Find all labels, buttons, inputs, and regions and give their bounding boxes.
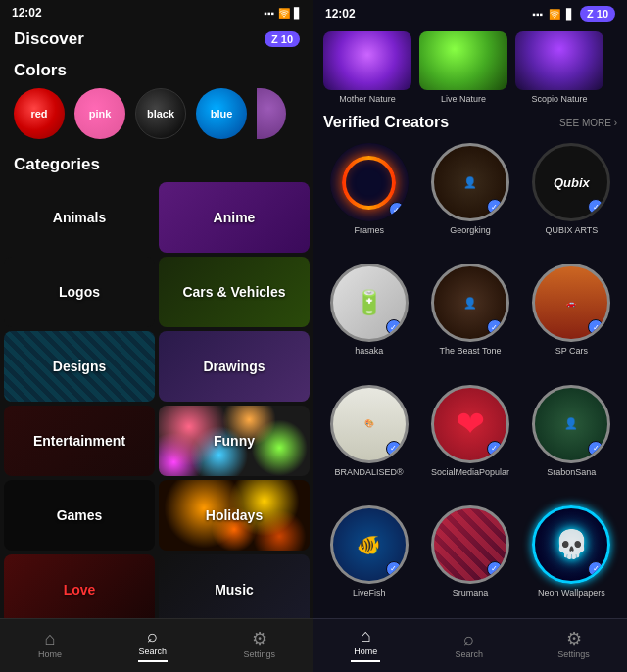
verified-creators-title: Verified Creators xyxy=(323,114,449,131)
creator-frames[interactable]: ✓ Frames xyxy=(319,137,418,256)
left-nav-search-label: Search xyxy=(138,647,167,656)
creator-brand[interactable]: 🎨 ✓ BRANDALISED® xyxy=(319,379,418,498)
z-badge: Z 10 xyxy=(265,31,300,47)
color-blue[interactable]: blue xyxy=(196,88,247,139)
creator-hasaka[interactable]: 🔋 ✓ hasaka xyxy=(319,258,418,376)
creator-srumana-avatar: ✓ xyxy=(431,505,509,584)
category-holidays-label: Holidays xyxy=(206,507,263,523)
creator-brand-avatar: 🎨 ✓ xyxy=(330,385,409,463)
left-nav-search[interactable]: ⌕ Search xyxy=(138,627,168,662)
category-entertainment[interactable]: Entertainment xyxy=(4,406,155,476)
left-panel: 12:02 ▪▪▪ 🛜 ▋ Discover Z 10 Colors red p… xyxy=(0,0,314,672)
category-cars[interactable]: Cars & Vehicles xyxy=(159,257,310,327)
verified-badge-social: ✓ xyxy=(487,441,503,456)
verified-badge-brand: ✓ xyxy=(386,441,402,456)
creator-srumana[interactable]: ✓ Srumana xyxy=(420,500,519,618)
frames-ring xyxy=(342,156,396,210)
category-animals-label: Animals xyxy=(53,210,106,225)
right-status-bar: 12:02 ▪▪▪ 🛜 ▋ Z 10 xyxy=(314,0,627,27)
nature-strip: Mother Nature Live Nature Scopio Nature xyxy=(314,27,627,110)
creator-qubix-name: QUBIX ARTS xyxy=(545,225,598,236)
creator-social[interactable]: ❤ ✓ SocialMediaPopular xyxy=(420,379,519,498)
creator-neon[interactable]: 💀 ✓ Neon Wallpapers xyxy=(522,500,621,618)
right-signal-icon: ▪▪▪ xyxy=(532,9,543,20)
right-wifi-icon: 🛜 xyxy=(549,9,560,20)
color-more[interactable] xyxy=(257,88,286,139)
left-nav-settings-label: Settings xyxy=(244,649,276,659)
creator-hasaka-avatar: 🔋 ✓ xyxy=(330,264,409,342)
right-nav-settings[interactable]: ⚙ Settings xyxy=(557,630,590,659)
category-holidays[interactable]: Holidays xyxy=(159,480,310,551)
color-pink[interactable]: pink xyxy=(74,88,125,139)
right-status-icons: ▪▪▪ 🛜 ▋ Z 10 xyxy=(532,6,615,22)
see-more-button[interactable]: SEE MORE › xyxy=(559,118,617,128)
right-nav-home[interactable]: ⌂ Home xyxy=(351,627,380,662)
left-bottom-nav: ⌂ Home ⌕ Search ⚙ Settings xyxy=(0,618,314,672)
search-icon-left: ⌕ xyxy=(147,627,158,645)
left-nav-settings[interactable]: ⚙ Settings xyxy=(244,630,276,659)
right-z-badge: Z 10 xyxy=(580,6,615,22)
creator-beast-avatar: 👤 ✓ xyxy=(431,264,509,342)
creator-beast-name: The Beast Tone xyxy=(440,346,502,357)
category-love-label: Love xyxy=(64,582,96,598)
mother-nature-thumb xyxy=(323,31,411,90)
nature-scopio[interactable]: Scopio Nature xyxy=(515,31,603,104)
creator-sp-cars[interactable]: 🚗 ✓ SP Cars xyxy=(522,258,621,376)
creator-social-avatar: ❤ ✓ xyxy=(431,385,509,463)
category-animals[interactable]: Animals xyxy=(4,182,155,253)
verified-badge-sp: ✓ xyxy=(588,319,603,335)
category-games-label: Games xyxy=(57,507,103,523)
creators-grid: ✓ Frames 👤 ✓ Georgking Qubix ✓ QUBIX ART… xyxy=(314,137,627,618)
creator-sarabon[interactable]: 👤 ✓ SrabonSana xyxy=(522,379,621,498)
live-nature-thumb xyxy=(419,31,507,90)
left-nav-home-label: Home xyxy=(38,649,62,659)
beast-art: 👤 xyxy=(463,297,477,310)
verified-creators-header: Verified Creators SEE MORE › xyxy=(314,110,627,137)
category-games[interactable]: Games xyxy=(4,480,155,551)
left-status-bar: 12:02 ▪▪▪ 🛜 ▋ xyxy=(0,0,314,25)
fish-icon: 🐠 xyxy=(357,533,381,556)
creator-frames-name: Frames xyxy=(354,225,384,236)
creator-social-name: SocialMediaPopular xyxy=(431,467,509,478)
category-logos[interactable]: Logos xyxy=(4,257,155,327)
verified-badge-srumana: ✓ xyxy=(487,561,503,577)
battery-icon: ▋ xyxy=(294,8,302,19)
right-nav-search[interactable]: ⌕ Search xyxy=(455,630,483,659)
color-black[interactable]: black xyxy=(135,88,186,139)
category-funny[interactable]: Funny xyxy=(159,406,310,476)
verified-badge-frames: ✓ xyxy=(389,202,405,217)
verified-badge-neon: ✓ xyxy=(588,561,603,577)
right-nav-search-label: Search xyxy=(455,649,483,659)
category-drawings[interactable]: Drawings xyxy=(159,331,310,402)
nature-live[interactable]: Live Nature xyxy=(419,31,507,104)
live-nature-label: Live Nature xyxy=(441,94,486,104)
creator-neon-avatar: 💀 ✓ xyxy=(532,505,610,584)
right-nav-settings-label: Settings xyxy=(557,649,590,659)
creator-livefish[interactable]: 🐠 ✓ LiveFish xyxy=(319,500,418,618)
creator-georgking[interactable]: 👤 ✓ Georgking xyxy=(420,137,519,256)
category-love[interactable]: Love xyxy=(4,554,155,618)
verified-badge-georgking: ✓ xyxy=(487,199,503,215)
creator-hasaka-name: hasaka xyxy=(355,346,383,357)
category-entertainment-label: Entertainment xyxy=(33,433,125,449)
search-active-indicator xyxy=(138,660,168,662)
creator-beast[interactable]: 👤 ✓ The Beast Tone xyxy=(420,258,519,376)
creator-sp-cars-name: SP Cars xyxy=(555,346,588,357)
color-red[interactable]: red xyxy=(14,88,65,139)
scopio-nature-label: Scopio Nature xyxy=(531,94,587,104)
creator-georgking-name: Georgking xyxy=(450,225,491,236)
category-designs[interactable]: Designs xyxy=(4,331,155,402)
creator-sarabon-name: SrabonSana xyxy=(547,467,596,478)
creator-frames-avatar: ✓ xyxy=(330,143,409,221)
verified-badge-beast: ✓ xyxy=(487,319,503,335)
right-bottom-nav: ⌂ Home ⌕ Search ⚙ Settings xyxy=(314,618,627,672)
nature-mother[interactable]: Mother Nature xyxy=(323,31,411,104)
category-music[interactable]: Music xyxy=(159,554,310,618)
creator-qubix[interactable]: Qubix ✓ QUBIX ARTS xyxy=(522,137,621,256)
categories-section-title: Categories xyxy=(0,151,314,182)
category-designs-label: Designs xyxy=(53,359,106,374)
category-anime[interactable]: Anime xyxy=(159,182,310,253)
right-battery-icon: ▋ xyxy=(566,9,574,20)
left-nav-home[interactable]: ⌂ Home xyxy=(38,630,62,659)
georgking-art: 👤 xyxy=(463,176,477,189)
